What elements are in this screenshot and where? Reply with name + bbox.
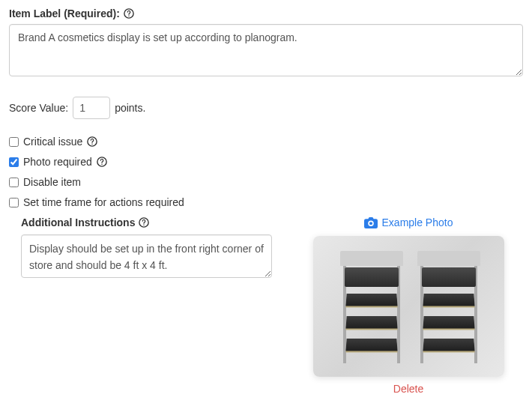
svg-point-7 xyxy=(144,224,145,225)
example-photo-image[interactable] xyxy=(313,236,504,377)
example-photo-link[interactable]: Example Photo xyxy=(364,216,453,228)
photo-required-row: Photo required xyxy=(9,156,523,168)
svg-point-3 xyxy=(92,143,93,144)
critical-issue-checkbox[interactable] xyxy=(9,137,19,147)
timeframe-checkbox[interactable] xyxy=(9,198,19,207)
photo-required-checkbox[interactable] xyxy=(9,157,19,167)
item-label-text: Item Label (Required): xyxy=(9,7,120,19)
additional-instructions-section: Additional Instructions xyxy=(9,216,264,395)
item-label-input[interactable] xyxy=(9,24,523,76)
additional-instructions-label: Additional Instructions xyxy=(21,216,135,228)
score-suffix: points. xyxy=(115,102,145,114)
timeframe-row: Set time frame for actions required xyxy=(9,196,523,208)
photo-required-label: Photo required xyxy=(23,156,92,168)
score-label: Score Value: xyxy=(9,102,68,114)
help-icon[interactable] xyxy=(87,136,97,147)
critical-issue-row: Critical issue xyxy=(9,136,523,148)
help-icon[interactable] xyxy=(124,8,134,19)
critical-issue-label: Critical issue xyxy=(23,136,82,148)
score-input[interactable] xyxy=(73,97,110,119)
additional-instructions-heading: Additional Instructions xyxy=(21,216,264,228)
timeframe-label: Set time frame for actions required xyxy=(23,196,184,208)
disable-item-checkbox[interactable] xyxy=(9,178,19,187)
example-photo-section: Example Photo Delete xyxy=(294,216,523,395)
svg-point-5 xyxy=(101,163,102,164)
additional-instructions-input[interactable] xyxy=(21,234,272,278)
checkbox-group: Critical issue Photo required Disable it… xyxy=(9,136,523,208)
svg-point-1 xyxy=(128,15,129,16)
score-row: Score Value: points. xyxy=(9,97,523,119)
disable-item-row: Disable item xyxy=(9,176,523,188)
help-icon[interactable] xyxy=(97,157,107,167)
camera-icon xyxy=(364,217,378,228)
disable-item-label: Disable item xyxy=(23,176,81,188)
example-photo-label: Example Photo xyxy=(382,216,453,228)
item-label-heading: Item Label (Required): xyxy=(9,7,523,19)
delete-photo-link[interactable]: Delete xyxy=(393,383,423,395)
help-icon[interactable] xyxy=(139,217,149,228)
